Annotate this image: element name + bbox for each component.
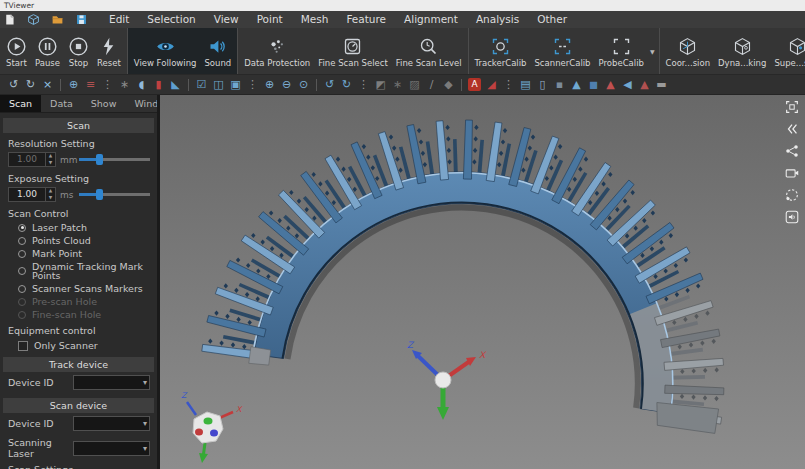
data-protection-button[interactable]: Data Protection [240,28,314,74]
collapse-panel-icon[interactable] [784,121,800,137]
svg-text:Z: Z [407,340,415,350]
orbit-icon[interactable] [784,187,800,203]
zoom-out-icon[interactable]: ⊖ [278,76,295,94]
sound-button[interactable]: Sound [200,28,235,74]
select-all-icon[interactable]: ☑ [193,76,210,94]
menu-item-point[interactable]: Point [248,11,292,28]
measure-lines-icon[interactable]: ≡ [82,76,99,94]
track-device-id-select[interactable] [73,375,150,390]
mesh-solid-icon[interactable]: ◼ [585,76,602,94]
cube-icon[interactable] [27,13,40,26]
radio-button[interactable] [18,250,26,258]
annotate-icon[interactable]: A [468,78,481,91]
menu-item-feature[interactable]: Feature [337,11,395,28]
record-icon[interactable]: ▮ [150,76,167,94]
mesh-red-icon[interactable]: ▲ [602,76,619,94]
snap-icon[interactable]: ∗ [116,76,133,94]
brush-icon[interactable]: ◣ [167,76,184,94]
flat-panel-icon[interactable]: ▬ [653,76,670,94]
exposure-spinbox[interactable]: 1.00 ▲▼ [8,187,56,202]
exposure-spin-arrows[interactable]: ▲▼ [45,188,55,201]
scanning-laser-select[interactable] [73,441,150,456]
tab-scan[interactable]: Scan [0,95,41,112]
rotate-cw-icon[interactable]: ↻ [338,76,355,94]
delete-icon[interactable]: × [39,76,56,94]
more-options-icon[interactable]: ⋮ [99,76,116,94]
only-scanner-checkbox-row[interactable]: Only Scanner [0,338,157,352]
radio-scanner-scans-markers[interactable]: Scanner Scans Markers [0,282,157,295]
resolution-slider[interactable] [79,153,150,166]
scannercalib-button[interactable]: ScannerCalib [530,28,594,74]
tab-show[interactable]: Show [82,95,126,112]
radio-mark-point[interactable]: Mark Point [0,247,157,260]
menu-item-mesh[interactable]: Mesh [292,11,338,28]
probecalib-button[interactable]: ProbeCalib [595,28,648,74]
exposure-slider[interactable] [79,188,150,201]
zoom-fit-icon[interactable]: ⊙ [295,76,312,94]
fine-scan-level-button[interactable]: Fine Scan Level [392,28,466,74]
only-scanner-checkbox[interactable] [18,341,28,351]
radio-button[interactable] [18,267,26,275]
dyna-king-button[interactable]: Dyna...king [714,28,770,74]
pause-button[interactable]: Pause [31,28,64,74]
smooth-tool-icon[interactable]: ◆ [440,76,457,94]
probecalib-dropdown-arrow[interactable]: ▼ [648,48,657,55]
menu-item-alignment[interactable]: Alignment [395,11,467,28]
save-icon[interactable] [75,13,88,26]
view-following-button[interactable]: View Following [130,28,201,74]
stop-button[interactable]: Stop [64,28,93,74]
tab-data[interactable]: Data [41,95,82,112]
more-rotate-icon[interactable]: ⋮ [355,76,372,94]
fine-scan-select-button[interactable]: Fine Scan Select [314,28,392,74]
viewport-3d[interactable]: ZXZX [160,95,805,469]
button-label: ScannerCalib [534,58,590,68]
radio-button[interactable] [18,224,26,232]
undo-icon[interactable]: ↺ [5,76,22,94]
resolution-spinbox[interactable]: 1.00 ▲▼ [8,152,56,167]
patch-tool-icon[interactable]: ▨ [406,76,423,94]
more-mark-icon[interactable]: ⋮ [500,76,517,94]
select-box-icon[interactable]: ▣ [227,76,244,94]
sound-indicator-icon[interactable] [784,209,800,225]
coor-sion-button[interactable]: Coor...sion [662,28,715,74]
radio-button[interactable] [18,237,26,245]
camera-icon[interactable] [784,165,800,181]
resolution-spin-arrows[interactable]: ▲▼ [45,153,55,166]
spray-tool-icon[interactable]: ∗ [389,76,406,94]
report-icon[interactable]: ▯ [534,76,551,94]
mesh-doc-icon[interactable]: ▤ [517,76,534,94]
comment-icon[interactable]: ◖ [133,76,150,94]
mesh-blue-icon[interactable]: ▲ [568,76,585,94]
menu-item-analysis[interactable]: Analysis [467,11,528,28]
select-layer-icon[interactable]: ◫ [210,76,227,94]
pen-tool-icon[interactable]: ∕ [423,76,440,94]
open-folder-icon[interactable] [51,13,64,26]
block-icon[interactable]: ▪ [551,76,568,94]
menu-item-other[interactable]: Other [528,11,576,28]
menu-item-selection[interactable]: Selection [138,11,204,28]
coordinate-globe-icon[interactable]: ⊕ [65,76,82,94]
radio-dynamic-tracking-mark-points[interactable]: Dynamic Tracking Mark Points [0,260,157,282]
redo-icon[interactable]: ↻ [22,76,39,94]
share-icon[interactable] [784,143,800,159]
rotate-ccw-icon[interactable]: ↺ [321,76,338,94]
mark-pen-icon[interactable]: ◢ [483,76,500,94]
trackercalib-button[interactable]: TrackerCalib [471,28,531,74]
mesh-compare-icon[interactable]: ◀ [619,76,636,94]
page-icon[interactable] [3,13,16,26]
radio-laser-patch[interactable]: Laser Patch [0,221,157,234]
zoom-in-icon[interactable]: ⊕ [261,76,278,94]
start-button[interactable]: Start [2,28,31,74]
fit-view-icon[interactable] [784,99,800,115]
mesh-deviation-icon[interactable]: ▲ [636,76,653,94]
menu-item-view[interactable]: View [205,11,248,28]
window-titlebar[interactable]: TViewer [0,0,805,11]
reset-button[interactable]: Reset [93,28,125,74]
fill-tool-icon[interactable]: ◩ [372,76,389,94]
radio-points-cloud[interactable]: Points Cloud [0,234,157,247]
more-select-icon[interactable]: ⋮ [244,76,261,94]
scan-device-id-select[interactable] [73,416,150,431]
supe-sion-button[interactable]: Supe...sion [770,28,805,74]
radio-button[interactable] [18,285,26,293]
menu-item-edit[interactable]: Edit [100,11,138,28]
